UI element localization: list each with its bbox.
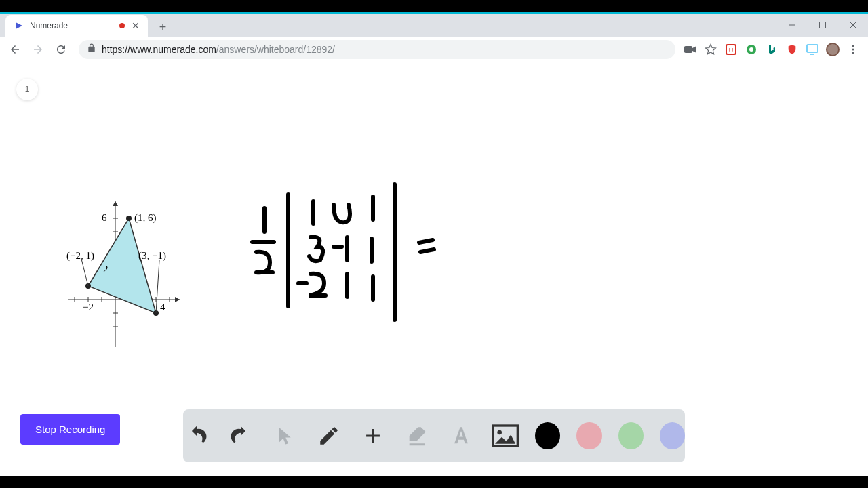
whiteboard-canvas[interactable]: 6 2 −2 4 (1, 6) (3, −1) (−2, 1) [0, 62, 868, 469]
add-tool[interactable] [359, 421, 387, 451]
forward-button[interactable] [28, 40, 47, 59]
minimize-button[interactable] [776, 14, 807, 37]
letterbox-top [0, 0, 868, 12]
x-tick-neg2: −2 [83, 302, 94, 312]
svg-rect-4 [684, 46, 692, 53]
tab-strip: Numerade ✕ + [0, 14, 868, 37]
ext-green-circle-icon[interactable] [745, 43, 758, 56]
y-tick-2: 2 [103, 264, 108, 274]
tab-title: Numerade [30, 21, 114, 30]
star-icon[interactable] [704, 43, 717, 56]
svg-line-38 [156, 260, 159, 313]
ext-bing-icon[interactable] [765, 43, 778, 56]
tab-close-button[interactable]: ✕ [130, 20, 141, 31]
address-bar[interactable]: https://www.numerade.com/answers/whitebo… [79, 40, 675, 59]
recording-indicator-icon [119, 23, 125, 28]
menu-button[interactable] [846, 43, 860, 56]
svg-point-14 [852, 48, 854, 50]
favicon-icon [14, 20, 24, 31]
stop-recording-button[interactable]: Stop Recording [20, 414, 120, 445]
color-blue[interactable] [660, 422, 685, 449]
svg-rect-9 [807, 45, 818, 52]
color-green[interactable] [618, 422, 644, 449]
extension-icons: U [684, 43, 860, 56]
camera-icon[interactable] [684, 43, 697, 56]
browser-tab[interactable]: Numerade ✕ [5, 15, 148, 37]
y-tick-6: 6 [102, 212, 107, 223]
url-path: /answers/whiteboard/12892/ [216, 44, 335, 55]
ext-shield-icon[interactable] [785, 43, 799, 56]
redo-button[interactable] [227, 421, 255, 451]
svg-line-37 [81, 259, 88, 286]
vertex-a-label: (1, 6) [134, 212, 157, 224]
pencil-tool[interactable] [315, 421, 343, 451]
svg-point-54 [497, 430, 502, 435]
svg-rect-1 [819, 22, 825, 28]
color-black[interactable] [535, 422, 560, 449]
svg-marker-33 [88, 218, 156, 313]
svg-point-8 [749, 47, 753, 52]
svg-line-51 [419, 240, 433, 243]
svg-text:U: U [729, 47, 734, 54]
svg-point-13 [852, 45, 854, 47]
url-text: https://www.numerade.com/answers/whitebo… [102, 44, 335, 55]
page-content: 1 [0, 62, 868, 476]
svg-line-52 [420, 249, 434, 252]
ext-red-square-icon[interactable]: U [724, 43, 738, 56]
whiteboard-toolbar [183, 409, 685, 462]
maximize-button[interactable] [807, 14, 837, 37]
x-tick-4: 4 [160, 302, 165, 312]
coordinate-graph: 6 2 −2 4 (1, 6) (3, −1) (−2, 1) [66, 201, 180, 347]
pointer-tool[interactable] [271, 421, 299, 451]
image-tool[interactable] [491, 421, 519, 451]
lock-icon [87, 43, 96, 55]
undo-button[interactable] [183, 421, 211, 451]
back-button[interactable] [5, 40, 24, 59]
text-tool[interactable] [447, 421, 475, 451]
close-window-button[interactable] [837, 14, 868, 37]
color-pink[interactable] [576, 422, 601, 449]
toolbar-row: https://www.numerade.com/answers/whitebo… [0, 37, 868, 62]
vertex-c-label: (−2, 1) [66, 250, 94, 262]
ext-monitor-icon[interactable] [806, 43, 819, 56]
svg-point-12 [827, 44, 838, 55]
eraser-tool[interactable] [403, 421, 431, 451]
window-controls [776, 14, 868, 37]
url-host: https://www.numerade.com [102, 44, 216, 55]
letterbox-bottom [0, 476, 868, 488]
vertex-b-label: (3, −1) [138, 250, 166, 262]
browser-window: Numerade ✕ + https://www.numerade.com/an… [0, 12, 868, 476]
svg-point-34 [126, 216, 132, 221]
svg-point-15 [852, 52, 854, 54]
profile-avatar[interactable] [826, 43, 840, 56]
handwriting [252, 184, 434, 320]
reload-button[interactable] [52, 40, 71, 59]
new-tab-button[interactable]: + [153, 18, 172, 37]
